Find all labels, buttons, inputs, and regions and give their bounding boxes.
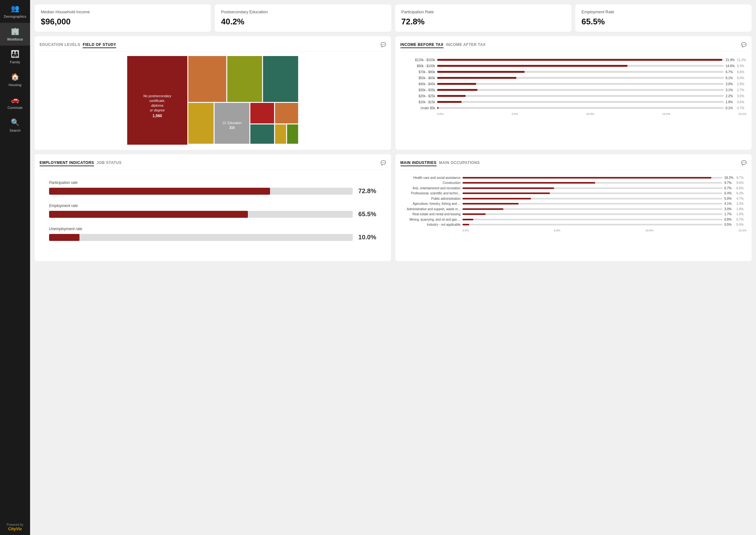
emp-indicator-value: 10.0% [356, 234, 377, 241]
income-row: $125k - $150k 21.9% 11.2% [401, 57, 747, 62]
tab-employment-indicators[interactable]: EMPLOYMENT INDICATORS [40, 159, 94, 166]
sidebar-item-search[interactable]: 🔍 Search [0, 114, 30, 137]
industry-row: Professional, scientific and techni... 6… [401, 191, 747, 196]
treemap-label-no-postsec: No postsecondary [143, 94, 172, 98]
income-row: $30k - $35k 3.1% 2.7% [401, 87, 747, 93]
tab-job-status[interactable]: JOB STATUS [97, 159, 122, 166]
industry-bars [462, 175, 723, 180]
treemap-cell-yellow2 [275, 125, 286, 144]
stat-card-employment: Employment Rate 65.5% [575, 4, 752, 32]
commute-icon: 🚗 [11, 96, 19, 104]
industry-label: Real estate and rental and leasing [401, 212, 461, 216]
stat-cards-row: Median Household Income $96,000 Postseco… [35, 4, 752, 32]
industry-pct-secondary: 0.4% [736, 223, 746, 226]
income-row: $70k - $80k 6.7% 6.6% [401, 69, 747, 74]
emp-indicator-label: Unemployment rate [49, 227, 377, 231]
employment-indicators-container: Participation rate 72.8% Employment rate… [40, 174, 386, 256]
industry-label: Construction [401, 181, 461, 184]
employment-panel: EMPLOYMENT INDICATORS JOB STATUS 💬 Parti… [35, 154, 391, 261]
main-content: Median Household Income $96,000 Postseco… [30, 0, 756, 535]
stat-label-income: Median Household Income [41, 10, 205, 14]
treemap-cell-teal2 [250, 125, 274, 144]
treemap-cell-red2 [250, 103, 274, 124]
income-panel-header: INCOME BEFORE TAX INCOME AFTER TAX 💬 [401, 41, 747, 52]
comment-icon-education[interactable]: 💬 [380, 42, 386, 47]
comment-icon-employment[interactable]: 💬 [380, 160, 386, 165]
tab-main-industries[interactable]: MAIN INDUSTRIES [401, 159, 436, 166]
sidebar-item-label: Search [10, 128, 20, 132]
industry-bars [462, 186, 723, 190]
stat-card-participation: Participation Rate 72.8% [395, 4, 572, 32]
industry-pct-primary: 5.0% [724, 197, 735, 200]
tab-field-of-study[interactable]: FIELD OF STUDY [83, 41, 116, 48]
income-axis: 0.0%5.0%10.0%15.0%20.0% [401, 112, 747, 116]
income-chart: $125k - $150k 21.9% 11.2% $90k - $100k 1… [401, 56, 747, 117]
industry-pct-primary: 1.7% [724, 212, 735, 216]
income-label: $10k - $15k [401, 100, 435, 104]
comment-icon-income[interactable]: 💬 [741, 42, 746, 47]
industry-label: Arts, entertainment and recreation [401, 186, 461, 190]
income-label: $30k - $35k [401, 88, 435, 92]
tab-main-occupations[interactable]: MAIN OCCUPATIONS [439, 159, 480, 166]
treemap-container: No postsecondary certificate, diploma or… [40, 56, 386, 145]
industry-bar-primary [462, 182, 596, 183]
stat-value-employment: 65.5% [581, 17, 745, 27]
sidebar-item-family[interactable]: 👨‍👩‍👧 Family [0, 45, 30, 69]
sidebar-item-workforce[interactable]: 🏢 Workforce [0, 23, 30, 45]
industry-pct-secondary: 1.8% [736, 207, 746, 211]
comment-icon-industry[interactable]: 💬 [741, 160, 746, 165]
income-row: $90k - $100k 14.6% 6.3% [401, 63, 747, 69]
stat-label-employment: Employment Rate [581, 10, 745, 14]
industry-bar-primary [462, 187, 554, 189]
income-pct-primary: 3.0% [726, 82, 735, 86]
income-label: $125k - $150k [401, 58, 435, 62]
industry-row: Public administration 5.0% 4.7% [401, 196, 747, 201]
axis-tick: 10.0% [586, 112, 594, 116]
treemap-cell-orange2 [275, 103, 298, 124]
income-row: $10k - $15k 1.9% 0.6% [401, 99, 747, 104]
income-bar-primary [437, 101, 462, 103]
industry-bar-bg [462, 224, 723, 225]
treemap-cell-yellowgreen [227, 56, 262, 102]
industry-pct-secondary: 4.7% [736, 197, 746, 200]
emp-bar-fill [49, 234, 79, 241]
industry-bars [462, 217, 723, 222]
income-pct-secondary: 6.6% [737, 70, 746, 74]
industry-bar-primary [462, 219, 474, 220]
income-row: $20k - $25k 2.2% 3.0% [401, 93, 747, 99]
income-bar-primary [437, 83, 476, 85]
income-label: $40k - $45k [401, 82, 435, 86]
industry-pct-secondary: 6.3% [736, 191, 746, 195]
income-label: $90k - $100k [401, 64, 435, 68]
stat-value-income: $96,000 [41, 17, 205, 27]
emp-bar-fill [49, 211, 248, 218]
family-icon: 👨‍👩‍👧 [11, 50, 19, 58]
sidebar-item-label: Housing [9, 83, 21, 87]
employment-indicator: Participation rate 72.8% [49, 181, 377, 195]
tab-income-after-tax[interactable]: INCOME AFTER TAX [446, 41, 486, 48]
industry-bars [462, 207, 723, 211]
tab-income-before-tax[interactable]: INCOME BEFORE TAX [401, 41, 443, 48]
industry-bar-primary [462, 203, 518, 205]
income-bar-primary [437, 77, 517, 79]
emp-bar-row: 72.8% [49, 187, 377, 195]
income-bars [437, 99, 724, 104]
income-label: $20k - $25k [401, 94, 435, 98]
sidebar-item-housing[interactable]: 🏠 Housing [0, 69, 30, 91]
emp-bar-bg [49, 234, 353, 241]
panel-row-2: EMPLOYMENT INDICATORS JOB STATUS 💬 Parti… [35, 154, 752, 261]
stat-card-education: Postsecondary Education 40.2% [215, 4, 391, 32]
tab-education-levels[interactable]: EDUCATION LEVELS [40, 41, 80, 48]
industry-bar-primary [462, 224, 469, 225]
employment-indicator: Employment rate 65.5% [49, 204, 377, 218]
emp-indicator-label: Employment rate [49, 204, 377, 208]
sidebar-item-label: Family [10, 60, 20, 64]
industry-axis: 0.0%5.0%10.0%15.0% [401, 229, 747, 232]
sidebar-item-demographics[interactable]: 👥 Demographics [0, 0, 30, 23]
industry-bar-bg [462, 213, 723, 215]
industry-label: Agriculture, forestry, fishing and ... [401, 202, 461, 206]
industry-bars [462, 223, 723, 227]
income-bar-primary [437, 95, 466, 97]
stat-label-participation: Participation Rate [402, 10, 565, 14]
sidebar-item-commute[interactable]: 🚗 Commute [0, 91, 30, 114]
